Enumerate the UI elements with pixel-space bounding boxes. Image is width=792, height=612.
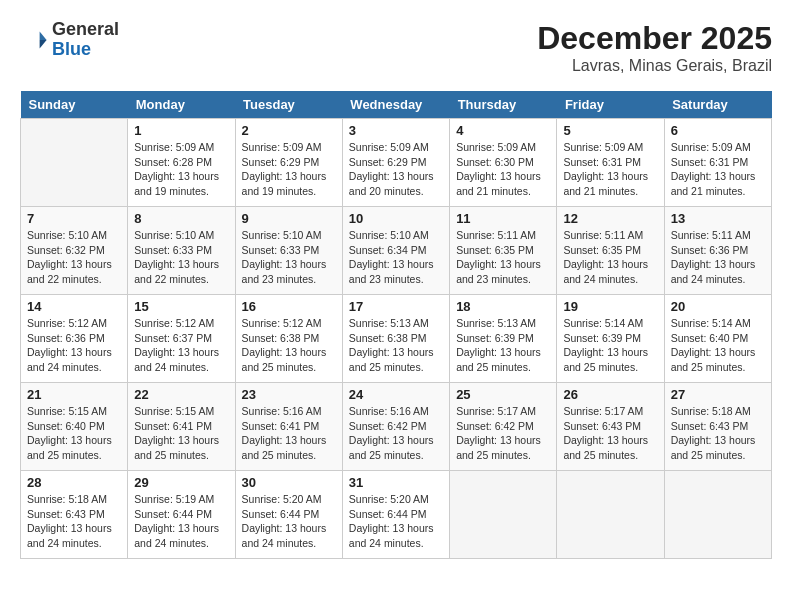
table-row: 22Sunrise: 5:15 AM Sunset: 6:41 PM Dayli… [128, 383, 235, 471]
calendar-header-row: Sunday Monday Tuesday Wednesday Thursday… [21, 91, 772, 119]
day-number: 7 [27, 211, 121, 226]
col-wednesday: Wednesday [342, 91, 449, 119]
day-number: 12 [563, 211, 657, 226]
day-info: Sunrise: 5:09 AM Sunset: 6:31 PM Dayligh… [671, 140, 765, 199]
table-row: 11Sunrise: 5:11 AM Sunset: 6:35 PM Dayli… [450, 207, 557, 295]
day-info: Sunrise: 5:10 AM Sunset: 6:33 PM Dayligh… [242, 228, 336, 287]
day-info: Sunrise: 5:11 AM Sunset: 6:35 PM Dayligh… [456, 228, 550, 287]
day-info: Sunrise: 5:09 AM Sunset: 6:28 PM Dayligh… [134, 140, 228, 199]
table-row: 5Sunrise: 5:09 AM Sunset: 6:31 PM Daylig… [557, 119, 664, 207]
day-number: 18 [456, 299, 550, 314]
svg-marker-1 [40, 40, 47, 48]
calendar-week-row: 14Sunrise: 5:12 AM Sunset: 6:36 PM Dayli… [21, 295, 772, 383]
table-row: 12Sunrise: 5:11 AM Sunset: 6:35 PM Dayli… [557, 207, 664, 295]
location-title: Lavras, Minas Gerais, Brazil [537, 57, 772, 75]
day-number: 9 [242, 211, 336, 226]
col-tuesday: Tuesday [235, 91, 342, 119]
table-row: 18Sunrise: 5:13 AM Sunset: 6:39 PM Dayli… [450, 295, 557, 383]
table-row: 28Sunrise: 5:18 AM Sunset: 6:43 PM Dayli… [21, 471, 128, 559]
table-row: 2Sunrise: 5:09 AM Sunset: 6:29 PM Daylig… [235, 119, 342, 207]
day-info: Sunrise: 5:10 AM Sunset: 6:33 PM Dayligh… [134, 228, 228, 287]
logo-text: General Blue [52, 20, 119, 60]
day-number: 11 [456, 211, 550, 226]
day-number: 20 [671, 299, 765, 314]
day-number: 13 [671, 211, 765, 226]
day-info: Sunrise: 5:11 AM Sunset: 6:35 PM Dayligh… [563, 228, 657, 287]
day-number: 6 [671, 123, 765, 138]
table-row [557, 471, 664, 559]
table-row: 21Sunrise: 5:15 AM Sunset: 6:40 PM Dayli… [21, 383, 128, 471]
logo: General Blue [20, 20, 119, 60]
day-info: Sunrise: 5:18 AM Sunset: 6:43 PM Dayligh… [27, 492, 121, 551]
table-row: 19Sunrise: 5:14 AM Sunset: 6:39 PM Dayli… [557, 295, 664, 383]
day-info: Sunrise: 5:16 AM Sunset: 6:42 PM Dayligh… [349, 404, 443, 463]
day-number: 1 [134, 123, 228, 138]
table-row: 14Sunrise: 5:12 AM Sunset: 6:36 PM Dayli… [21, 295, 128, 383]
day-number: 14 [27, 299, 121, 314]
table-row [450, 471, 557, 559]
day-info: Sunrise: 5:11 AM Sunset: 6:36 PM Dayligh… [671, 228, 765, 287]
calendar-week-row: 1Sunrise: 5:09 AM Sunset: 6:28 PM Daylig… [21, 119, 772, 207]
day-info: Sunrise: 5:14 AM Sunset: 6:40 PM Dayligh… [671, 316, 765, 375]
page-header: General Blue December 2025 Lavras, Minas… [20, 20, 772, 75]
table-row: 24Sunrise: 5:16 AM Sunset: 6:42 PM Dayli… [342, 383, 449, 471]
day-number: 27 [671, 387, 765, 402]
day-number: 24 [349, 387, 443, 402]
day-number: 28 [27, 475, 121, 490]
day-info: Sunrise: 5:20 AM Sunset: 6:44 PM Dayligh… [242, 492, 336, 551]
col-saturday: Saturday [664, 91, 771, 119]
day-number: 4 [456, 123, 550, 138]
logo-general: General [52, 20, 119, 40]
day-number: 23 [242, 387, 336, 402]
day-info: Sunrise: 5:09 AM Sunset: 6:29 PM Dayligh… [349, 140, 443, 199]
day-info: Sunrise: 5:20 AM Sunset: 6:44 PM Dayligh… [349, 492, 443, 551]
day-number: 19 [563, 299, 657, 314]
calendar-table: Sunday Monday Tuesday Wednesday Thursday… [20, 91, 772, 559]
day-number: 5 [563, 123, 657, 138]
table-row: 3Sunrise: 5:09 AM Sunset: 6:29 PM Daylig… [342, 119, 449, 207]
table-row: 10Sunrise: 5:10 AM Sunset: 6:34 PM Dayli… [342, 207, 449, 295]
day-info: Sunrise: 5:12 AM Sunset: 6:37 PM Dayligh… [134, 316, 228, 375]
table-row: 7Sunrise: 5:10 AM Sunset: 6:32 PM Daylig… [21, 207, 128, 295]
day-info: Sunrise: 5:10 AM Sunset: 6:34 PM Dayligh… [349, 228, 443, 287]
day-number: 29 [134, 475, 228, 490]
day-info: Sunrise: 5:19 AM Sunset: 6:44 PM Dayligh… [134, 492, 228, 551]
day-info: Sunrise: 5:18 AM Sunset: 6:43 PM Dayligh… [671, 404, 765, 463]
day-info: Sunrise: 5:17 AM Sunset: 6:43 PM Dayligh… [563, 404, 657, 463]
day-info: Sunrise: 5:09 AM Sunset: 6:30 PM Dayligh… [456, 140, 550, 199]
day-info: Sunrise: 5:09 AM Sunset: 6:29 PM Dayligh… [242, 140, 336, 199]
day-number: 21 [27, 387, 121, 402]
day-info: Sunrise: 5:12 AM Sunset: 6:36 PM Dayligh… [27, 316, 121, 375]
col-thursday: Thursday [450, 91, 557, 119]
table-row: 27Sunrise: 5:18 AM Sunset: 6:43 PM Dayli… [664, 383, 771, 471]
day-number: 3 [349, 123, 443, 138]
day-number: 26 [563, 387, 657, 402]
table-row: 4Sunrise: 5:09 AM Sunset: 6:30 PM Daylig… [450, 119, 557, 207]
day-info: Sunrise: 5:09 AM Sunset: 6:31 PM Dayligh… [563, 140, 657, 199]
day-info: Sunrise: 5:12 AM Sunset: 6:38 PM Dayligh… [242, 316, 336, 375]
day-info: Sunrise: 5:13 AM Sunset: 6:39 PM Dayligh… [456, 316, 550, 375]
month-title: December 2025 [537, 20, 772, 57]
table-row: 30Sunrise: 5:20 AM Sunset: 6:44 PM Dayli… [235, 471, 342, 559]
day-info: Sunrise: 5:17 AM Sunset: 6:42 PM Dayligh… [456, 404, 550, 463]
table-row: 9Sunrise: 5:10 AM Sunset: 6:33 PM Daylig… [235, 207, 342, 295]
col-friday: Friday [557, 91, 664, 119]
table-row [21, 119, 128, 207]
svg-marker-0 [40, 31, 47, 39]
day-number: 15 [134, 299, 228, 314]
table-row: 29Sunrise: 5:19 AM Sunset: 6:44 PM Dayli… [128, 471, 235, 559]
day-number: 16 [242, 299, 336, 314]
table-row: 13Sunrise: 5:11 AM Sunset: 6:36 PM Dayli… [664, 207, 771, 295]
day-number: 8 [134, 211, 228, 226]
logo-icon [20, 26, 48, 54]
table-row: 15Sunrise: 5:12 AM Sunset: 6:37 PM Dayli… [128, 295, 235, 383]
day-info: Sunrise: 5:16 AM Sunset: 6:41 PM Dayligh… [242, 404, 336, 463]
table-row: 17Sunrise: 5:13 AM Sunset: 6:38 PM Dayli… [342, 295, 449, 383]
table-row: 6Sunrise: 5:09 AM Sunset: 6:31 PM Daylig… [664, 119, 771, 207]
table-row: 20Sunrise: 5:14 AM Sunset: 6:40 PM Dayli… [664, 295, 771, 383]
day-number: 30 [242, 475, 336, 490]
table-row: 25Sunrise: 5:17 AM Sunset: 6:42 PM Dayli… [450, 383, 557, 471]
logo-blue: Blue [52, 40, 119, 60]
table-row: 16Sunrise: 5:12 AM Sunset: 6:38 PM Dayli… [235, 295, 342, 383]
day-number: 2 [242, 123, 336, 138]
